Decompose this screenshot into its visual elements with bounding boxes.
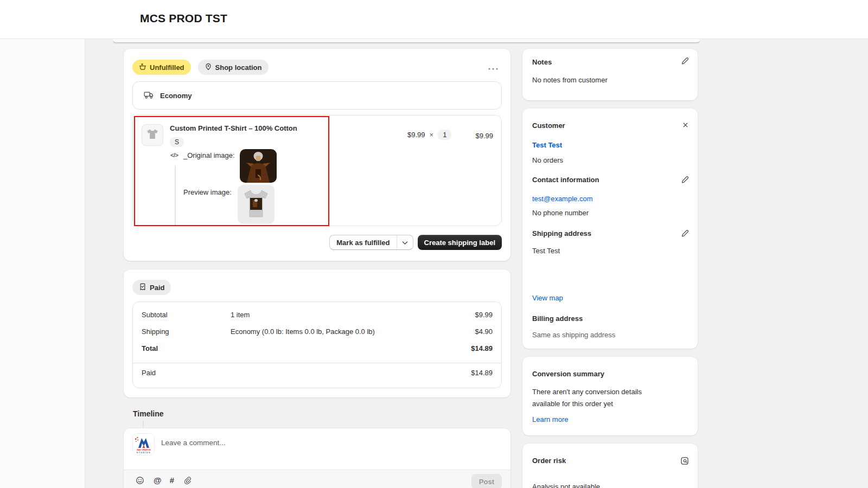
post-button[interactable]: Post	[471, 474, 502, 488]
order-risk-card: Order risk Analysis not available	[522, 444, 698, 488]
package-icon	[139, 63, 146, 72]
timeline-heading: Timeline	[133, 409, 164, 418]
total-label: Total	[142, 343, 222, 354]
customer-orders: No orders	[532, 155, 563, 166]
property-connector-line	[175, 165, 176, 225]
paid-amount: $14.89	[471, 369, 493, 377]
view-map-link[interactable]: View map	[532, 294, 563, 302]
mention-icon[interactable]: @	[154, 476, 162, 485]
paid-label: Paid	[142, 369, 156, 377]
conversion-line2: available for this order yet	[532, 399, 613, 409]
subtotal-label: Subtotal	[142, 310, 222, 320]
conversion-summary-card: Conversion summary There aren't any conv…	[522, 357, 698, 435]
horizontal-dots-icon	[488, 64, 499, 72]
payment-summary-box: Subtotal 1 item $9.99 Shipping Economy (…	[132, 301, 502, 388]
edit-contact-button[interactable]	[680, 175, 690, 187]
billing-address-title: Billing address	[532, 314, 583, 323]
multiply-sign: ×	[430, 131, 434, 139]
comment-input[interactable]: Leave a comment...	[161, 439, 226, 447]
edit-notes-button[interactable]	[680, 56, 690, 68]
summary-divider	[133, 363, 501, 363]
variant-badge: S	[170, 137, 184, 147]
contact-info-title: Contact information	[532, 176, 599, 184]
pencil-icon	[681, 229, 689, 239]
shipping-method-label: Economy	[160, 92, 192, 100]
customer-name-link[interactable]: Test Test	[532, 141, 562, 149]
comment-composer: MAD CREATIVE STUDIOS Leave a comment... …	[124, 428, 510, 488]
paid-badge-label: Paid	[150, 284, 164, 292]
subtotal-detail: 1 item	[231, 310, 250, 320]
price-group: $9.99 × 1	[407, 130, 451, 140]
timeline-spine	[143, 420, 144, 428]
product-thumbnail[interactable]	[142, 124, 163, 146]
customer-phone: No phone number	[532, 208, 589, 219]
top-bar: MCS PROD TST	[0, 0, 868, 39]
subtotal-row: Subtotal 1 item $9.99	[142, 310, 493, 320]
paperclip-icon[interactable]	[182, 476, 193, 486]
subtotal-amount: $9.99	[475, 310, 493, 320]
unfulfilled-badge: Unfulfilled	[132, 60, 191, 75]
order-detail-page: MCS PROD TST Unfulfilled Shop location	[0, 0, 868, 488]
pencil-icon	[681, 176, 689, 185]
fulfillment-card: Unfulfilled Shop location Economy	[124, 49, 510, 261]
line-item-box: Custom Printed T-Shirt – 100% Cotton S <…	[132, 115, 502, 226]
svg-text:STUDIOS: STUDIOS	[137, 452, 151, 454]
receipt-check-icon	[139, 283, 146, 292]
learn-more-link[interactable]: Learn more	[532, 415, 568, 423]
customer-email-link[interactable]: test@example.com	[532, 195, 592, 203]
overflow-menu-button[interactable]	[487, 63, 500, 73]
avatar: MAD CREATIVE STUDIOS	[132, 433, 155, 455]
shipping-address-name: Test Test	[532, 246, 560, 256]
order-risk-partial-text: Analysis not available	[532, 481, 600, 488]
scrolled-card-edge	[113, 39, 700, 42]
line-total: $9.99	[475, 132, 493, 140]
customer-card: Customer Test Test No orders Contact inf…	[522, 108, 698, 349]
remove-customer-button[interactable]	[681, 120, 690, 131]
shipping-label: Shipping	[142, 326, 222, 337]
total-row: Total $14.89	[142, 343, 493, 354]
product-title-link[interactable]: Custom Printed T-Shirt – 100% Cotton	[170, 124, 322, 133]
order-risk-title: Order risk	[532, 457, 566, 465]
shop-location-badge: Shop location	[198, 60, 269, 75]
paid-badge: Paid	[132, 280, 171, 295]
pencil-icon	[681, 57, 689, 67]
preview-image-label: Preview image:	[183, 188, 232, 196]
unfulfilled-badge-label: Unfulfilled	[150, 63, 184, 72]
conversion-title: Conversion summary	[532, 370, 604, 378]
conversion-line1: There aren't any conversion details	[532, 387, 642, 397]
left-sidebar	[0, 39, 85, 488]
payment-card: Paid Subtotal 1 item $9.99 Shipping Econ…	[124, 269, 510, 397]
document-search-icon	[679, 455, 690, 466]
original-image-thumbnail[interactable]	[240, 149, 277, 183]
close-icon	[682, 121, 689, 130]
original-image-label: _Original image:	[183, 151, 235, 159]
edit-shipping-address-button[interactable]	[680, 228, 690, 240]
create-shipping-label-button[interactable]: Create shipping label	[418, 235, 502, 250]
notes-title: Notes	[532, 58, 552, 66]
emoji-icon[interactable]	[135, 475, 145, 486]
shipping-method-box: Economy	[132, 81, 502, 110]
shipping-amount: $4.90	[475, 326, 493, 337]
billing-address-value: Same as shipping address	[532, 330, 615, 341]
chevron-down-icon	[402, 239, 408, 247]
paid-row: Paid $14.89	[142, 369, 493, 377]
shop-location-label: Shop location	[215, 63, 262, 72]
mark-as-fulfilled-split-button: Mark as fulfilled	[329, 235, 413, 250]
code-icon: </>	[170, 152, 178, 158]
truck-icon	[144, 91, 154, 101]
location-pin-icon	[205, 63, 212, 72]
tshirt-icon	[144, 126, 161, 144]
notes-body: No notes from customer	[532, 75, 608, 86]
composer-toolbar: @ # Post	[124, 470, 510, 488]
shipping-address-title: Shipping address	[532, 229, 591, 237]
mark-as-fulfilled-dropdown[interactable]	[397, 235, 413, 249]
customer-title: Customer	[532, 121, 565, 130]
total-amount: $14.89	[471, 343, 493, 354]
shop-title: MCS PROD TST	[140, 12, 227, 25]
quantity-badge: 1	[438, 130, 451, 140]
mark-as-fulfilled-button[interactable]: Mark as fulfilled	[330, 239, 396, 247]
hashtag-icon[interactable]: #	[170, 476, 174, 485]
svg-text:MAD CREATIVE: MAD CREATIVE	[137, 449, 151, 451]
notes-card: Notes No notes from customer	[522, 49, 698, 100]
preview-image-thumbnail[interactable]	[238, 185, 275, 224]
